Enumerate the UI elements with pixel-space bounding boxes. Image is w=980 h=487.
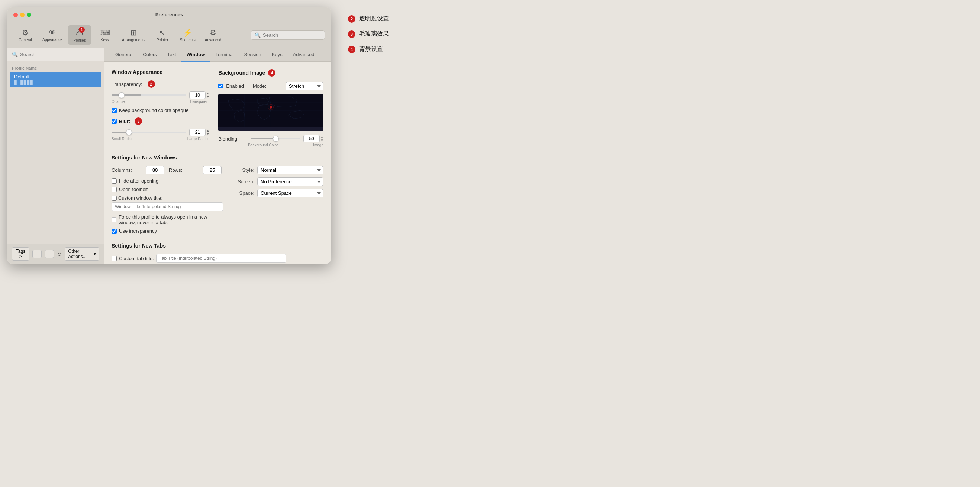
- tab-keys[interactable]: Keys: [267, 48, 288, 62]
- opaque-label: Opaque: [111, 100, 125, 104]
- toolbar-label-keys: Keys: [101, 38, 109, 42]
- blur-up-arrow[interactable]: ▲: [206, 129, 209, 132]
- transparency-stepper: ▲ ▼: [189, 91, 209, 99]
- use-transparency-label: Use transparency: [119, 228, 157, 234]
- preferences-window: Preferences ⚙ General 👁 Appearance 1 Pro…: [8, 8, 331, 264]
- search-icon: 🔍: [255, 32, 261, 38]
- blur-down-arrow[interactable]: ▼: [206, 133, 209, 136]
- tab-text[interactable]: Text: [162, 48, 181, 62]
- other-actions-button[interactable]: Other Actions... ▾: [65, 247, 99, 261]
- annotation-text-2: 透明度设置: [359, 15, 389, 23]
- toolbar-label-advanced: Advanced: [205, 38, 221, 42]
- profile-list-header: Profile Name: [8, 64, 104, 72]
- toolbar-search[interactable]: 🔍: [251, 30, 325, 40]
- keep-bg-opaque-checkbox[interactable]: [111, 108, 117, 113]
- general-icon: ⚙: [22, 28, 29, 37]
- open-toolbelt-row: Open toolbelt: [111, 187, 223, 192]
- new-windows-left: Columns: Rows: Hide after opening: [111, 166, 223, 237]
- custom-tab-title-input[interactable]: [156, 254, 286, 263]
- force-new-window-checkbox[interactable]: [111, 217, 116, 222]
- tab-session[interactable]: Session: [239, 48, 267, 62]
- style-select[interactable]: Normal Full Screen Maximized No Title Ba…: [257, 166, 323, 174]
- tab-general[interactable]: General: [110, 48, 138, 62]
- custom-tab-title-checkbox[interactable]: [111, 256, 117, 261]
- arrangements-icon: ⊞: [130, 28, 137, 37]
- window-appearance-section: Window Appearance Transparency: 2: [111, 69, 209, 147]
- close-button[interactable]: [13, 13, 18, 17]
- blending-up-arrow[interactable]: ▲: [320, 136, 323, 138]
- appearance-icon: 👁: [49, 28, 56, 37]
- style-label: Style:: [232, 167, 254, 173]
- pointer-icon: ↖: [159, 28, 165, 37]
- window-title: Preferences: [155, 12, 183, 18]
- blending-slider[interactable]: [251, 138, 301, 139]
- profile-item-default[interactable]: Default █ ████: [10, 72, 102, 88]
- tags-button[interactable]: Tags >: [12, 247, 29, 261]
- toolbar-item-arrangements[interactable]: ⊞ Arrangements: [118, 26, 149, 44]
- blur-badge: 3: [135, 118, 142, 125]
- background-image-title: Background Image: [218, 70, 265, 76]
- settings-new-windows-title: Settings for New Windows: [111, 154, 323, 161]
- blur-checkbox[interactable]: [111, 119, 117, 124]
- columns-input[interactable]: [146, 166, 164, 174]
- screen-select[interactable]: No Preference Screen with Cursor Main Sc…: [257, 177, 323, 186]
- space-select[interactable]: Current Space All Spaces: [257, 189, 323, 197]
- transparency-arrows: ▲ ▼: [206, 92, 209, 99]
- toolbar-label-arrangements: Arrangements: [122, 38, 145, 42]
- two-column-layout: Window Appearance Transparency: 2: [111, 69, 323, 147]
- profile-list: Profile Name Default █ ████: [8, 61, 104, 244]
- rows-input[interactable]: [203, 166, 221, 174]
- tab-terminal[interactable]: Terminal: [210, 48, 239, 62]
- blending-value[interactable]: [303, 135, 320, 142]
- space-row: Space: Current Space All Spaces: [232, 189, 323, 197]
- toolbar-item-pointer[interactable]: ↖ Pointer: [151, 26, 174, 44]
- blending-stepper: ▲ ▼: [303, 135, 323, 142]
- search-input[interactable]: [263, 32, 318, 38]
- sidebar-search-input[interactable]: [20, 52, 99, 57]
- sidebar-search-icon: 🔍: [12, 52, 18, 57]
- open-toolbelt-checkbox[interactable]: [111, 187, 117, 192]
- blur-stepper: ▲ ▼: [189, 129, 209, 136]
- hide-after-opening-row: Hide after opening: [111, 178, 223, 184]
- toolbar-item-advanced[interactable]: ⚙ Advanced: [201, 26, 225, 44]
- tab-window[interactable]: Window: [181, 48, 210, 62]
- settings-new-tabs-title: Settings for New Tabs: [111, 243, 323, 249]
- transparency-down-arrow[interactable]: ▼: [206, 95, 209, 99]
- add-profile-button[interactable]: +: [32, 250, 41, 258]
- tab-advanced[interactable]: Advanced: [288, 48, 320, 62]
- image-label: Image: [313, 143, 323, 147]
- chevron-down-icon: ▾: [94, 251, 96, 256]
- bg-enabled-checkbox[interactable]: [218, 84, 223, 89]
- sidebar-search-container[interactable]: 🔍: [8, 48, 104, 61]
- toolbar-item-appearance[interactable]: 👁 Appearance: [39, 26, 66, 44]
- toolbar-label-general: General: [19, 38, 32, 42]
- toolbar-item-keys[interactable]: ⌨ Keys: [93, 26, 117, 44]
- toolbar-item-general[interactable]: ⚙ General: [13, 26, 37, 44]
- custom-window-title-input[interactable]: [111, 202, 223, 211]
- transparency-slider[interactable]: [111, 94, 186, 96]
- custom-window-title-checkbox[interactable]: [111, 196, 117, 201]
- bg-mode-select[interactable]: Stretch Tile Scale to Fill Scale to Fit …: [286, 82, 323, 90]
- blending-labels: Background Color Image: [218, 143, 323, 147]
- transparency-value[interactable]: [189, 91, 205, 99]
- blending-down-arrow[interactable]: ▼: [320, 139, 323, 142]
- maximize-button[interactable]: [27, 13, 31, 17]
- blur-slider[interactable]: [111, 132, 186, 133]
- advanced-icon: ⚙: [210, 28, 216, 37]
- toolbar: ⚙ General 👁 Appearance 1 Profiles ⌨ Keys: [8, 22, 331, 48]
- minimize-button[interactable]: [20, 13, 24, 17]
- annotation-item-4: 4 背景设置: [346, 45, 389, 53]
- open-toolbelt-label: Open toolbelt: [119, 187, 148, 192]
- blur-slider-track: ▲ ▼: [111, 129, 209, 136]
- use-transparency-checkbox[interactable]: [111, 229, 117, 234]
- remove-profile-button[interactable]: −: [45, 250, 54, 258]
- toolbar-item-shortcuts[interactable]: ⚡ Shortcuts: [176, 26, 200, 44]
- transparency-badge: 2: [148, 80, 155, 88]
- toolbar-item-profiles[interactable]: 1 Profiles: [68, 25, 91, 45]
- transparency-up-arrow[interactable]: ▲: [206, 92, 209, 95]
- hide-after-opening-label: Hide after opening: [119, 178, 158, 184]
- settings-new-tabs-section: Settings for New Tabs Custom tab title:: [111, 243, 323, 263]
- hide-after-opening-checkbox[interactable]: [111, 178, 117, 184]
- blur-value[interactable]: [189, 129, 205, 136]
- tab-colors[interactable]: Colors: [138, 48, 162, 62]
